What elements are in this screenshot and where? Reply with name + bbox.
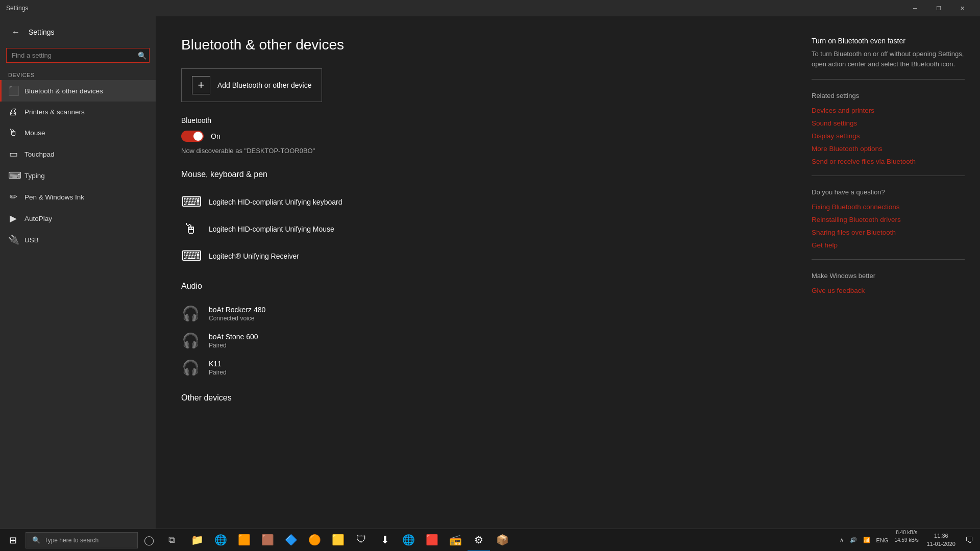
question-link-get-help[interactable]: Get help [812,241,965,249]
taskbar-app-app3[interactable]: 🟧 [233,529,255,552]
taskbar-app-icon-explorer: 📁 [191,534,204,546]
audio-device-item[interactable]: 🎧 K11 Paired [181,354,781,381]
question-link-sharing-bt[interactable]: Sharing files over Bluetooth [812,229,965,236]
related-link-display-settings[interactable]: Display settings [812,132,965,140]
device-item[interactable]: ⌨ Logitech HID-compliant Unifying keyboa… [181,188,781,215]
cortana-button[interactable]: ◯ [138,529,160,552]
related-link-more-bluetooth[interactable]: More Bluetooth options [812,145,965,153]
taskbar-app-icon-app9: ⬇ [381,534,389,546]
taskbar-app-settings[interactable]: ⚙ [468,529,490,552]
device-icon: ⌨ [181,247,200,264]
search-icon-taskbar: 🔍 [32,536,40,544]
sidebar-item-touchpad[interactable]: ▭ Touchpad [0,143,156,165]
audio-device-item[interactable]: 🎧 boAt Stone 600 Paired [181,327,781,354]
toggle-state-label: On [211,132,220,140]
network-speed: 8.40 kB/s 14.59 kB/s [891,529,921,552]
sidebar-item-usb[interactable]: 🔌 USB [0,229,156,251]
start-button[interactable]: ⊞ [0,529,26,552]
sidebar-item-label-usb: USB [24,236,39,244]
sidebar-item-label-autoplay: AutoPlay [24,215,52,222]
system-tray-expand[interactable]: ∧ [837,529,847,552]
language-indicator[interactable]: ENG [873,529,892,552]
taskbar-app-app7[interactable]: 🟨 [327,529,349,552]
taskbar-app-app4[interactable]: 🟫 [256,529,279,552]
related-link-devices-printers[interactable]: Devices and printers [812,107,965,114]
page-title: Bluetooth & other devices [181,37,781,53]
audio-device-icon: 🎧 [181,305,200,322]
taskbar-app-explorer[interactable]: 📁 [186,529,208,552]
cortana-icon: ◯ [144,535,154,546]
clock[interactable]: 11:36 11-01-2020 [922,529,961,552]
sidebar-item-printers[interactable]: 🖨 Printers & scanners [0,102,156,122]
search-input[interactable] [6,48,150,63]
start-icon: ⊞ [9,535,17,546]
sidebar-item-label-mouse: Mouse [24,129,45,137]
audio-device-icon: 🎧 [181,332,200,349]
taskbar-app-app14[interactable]: 📦 [491,529,513,552]
divider-2 [812,176,965,176]
download-speed: 14.59 kB/s [894,537,918,543]
audio-device-info: K11 Paired [209,360,227,376]
back-button[interactable]: ← [8,24,23,40]
titlebar: Settings ─ ☐ ✕ [0,0,980,16]
taskbar-app-app6[interactable]: 🟠 [303,529,326,552]
titlebar-title: Settings [6,5,903,12]
taskbar-app-icon-app5: 🔷 [285,534,298,546]
audio-device-item[interactable]: 🎧 boAt Rockerz 480 Connected voice [181,300,781,327]
sidebar-item-mouse[interactable]: 🖱 Mouse [0,122,156,143]
help-desc: To turn Bluetooth on or off without open… [812,49,965,69]
taskbar-search[interactable]: 🔍 Type here to search [26,532,138,548]
question-link-fixing-bt[interactable]: Fixing Bluetooth connections [812,203,965,211]
sidebar-item-typing[interactable]: ⌨ Typing [0,165,156,186]
taskbar-app-app12[interactable]: 📻 [444,529,467,552]
maximize-button[interactable]: ☐ [927,0,950,16]
audio-device-name: boAt Rockerz 480 [209,306,265,314]
taskbar-app-app8[interactable]: 🛡 [350,529,373,552]
bluetooth-toggle-row: On [181,131,781,142]
device-info: Logitech HID-compliant Unifying keyboard [209,198,342,206]
related-link-sound-settings[interactable]: Sound settings [812,119,965,127]
device-item[interactable]: 🖱 Logitech HID-compliant Unifying Mouse [181,215,781,242]
feedback-link[interactable]: Give us feedback [812,287,965,294]
volume-icon[interactable]: 🔊 [847,529,860,552]
sidebar-item-icon-bluetooth: ⬛ [8,85,18,96]
lang-text: ENG [876,537,889,543]
related-link-send-receive[interactable]: Send or receive files via Bluetooth [812,158,965,165]
sidebar-item-label-bluetooth: Bluetooth & other devices [24,87,103,95]
main-content: Bluetooth & other devices + Add Bluetoot… [156,16,806,529]
add-icon: + [192,76,210,94]
taskbar-app-app9[interactable]: ⬇ [374,529,396,552]
network-icon[interactable]: 📶 [860,529,873,552]
taskbar-app-app10[interactable]: 🌐 [397,529,420,552]
add-device-button[interactable]: + Add Bluetooth or other device [181,68,322,102]
sidebar-item-icon-autoplay: ▶ [8,213,18,224]
sidebar-item-bluetooth[interactable]: ⬛ Bluetooth & other devices [0,80,156,102]
taskbar-app-app5[interactable]: 🔷 [280,529,302,552]
taskbar-app-app11[interactable]: 🟥 [421,529,443,552]
app-body: ← Settings 🔍 Devices ⬛ Bluetooth & other… [0,16,980,529]
sidebar-item-autoplay[interactable]: ▶ AutoPlay [0,208,156,229]
device-name: Logitech HID-compliant Unifying keyboard [209,198,342,206]
clock-date: 11-01-2020 [927,540,955,548]
help-title: Turn on Bluetooth even faster [812,37,965,45]
taskbar-app-icon-app6: 🟠 [308,534,321,546]
device-item[interactable]: ⌨ Logitech® Unifying Receiver [181,242,781,269]
minimize-button[interactable]: ─ [903,0,927,16]
taskbar-apps: 📁🌐🟧🟫🔷🟠🟨🛡⬇🌐🟥📻⚙📦 [183,529,837,552]
clock-time: 11:36 [934,532,948,540]
add-device-label: Add Bluetooth or other device [217,81,311,89]
sidebar-item-pen[interactable]: ✏ Pen & Windows Ink [0,186,156,208]
search-icon-button[interactable]: 🔍 [138,52,146,60]
audio-devices-list: 🎧 boAt Rockerz 480 Connected voice 🎧 boA… [181,300,781,381]
bluetooth-toggle[interactable] [181,131,204,142]
question-link-reinstalling-bt[interactable]: Reinstalling Bluetooth drivers [812,216,965,223]
sidebar-item-label-pen: Pen & Windows Ink [24,193,84,201]
taskbar-app-chrome[interactable]: 🌐 [209,529,232,552]
close-button[interactable]: ✕ [950,0,974,16]
notification-button[interactable]: 🗨 [961,529,978,552]
audio-device-name: K11 [209,360,227,368]
bluetooth-section-label: Bluetooth [181,116,781,124]
audio-device-status: Paired [209,342,258,349]
notification-icon: 🗨 [965,536,973,545]
task-view-button[interactable]: ⧉ [160,529,183,552]
